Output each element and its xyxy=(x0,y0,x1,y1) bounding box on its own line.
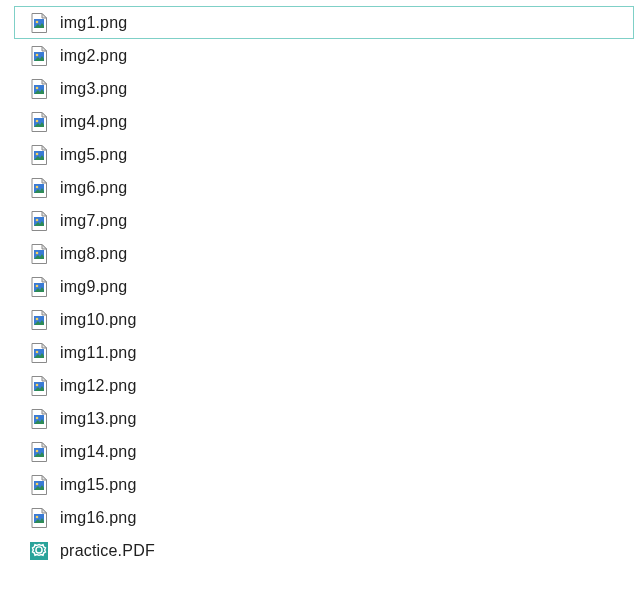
file-list: img1.png img2.png img3.png img4.png img5 xyxy=(0,0,640,567)
file-name-label: img6.png xyxy=(60,179,127,197)
file-name-label: img3.png xyxy=(60,80,127,98)
image-file-icon xyxy=(31,79,47,99)
image-file-icon xyxy=(30,244,48,264)
image-file-icon xyxy=(31,508,47,528)
image-file-icon xyxy=(30,145,48,165)
image-file-icon xyxy=(30,343,48,363)
image-file-icon xyxy=(30,409,48,429)
file-row[interactable]: img11.png xyxy=(14,336,640,369)
file-row[interactable]: img2.png xyxy=(14,39,640,72)
file-name-label: img7.png xyxy=(60,212,127,230)
svg-point-13 xyxy=(36,218,39,221)
svg-point-19 xyxy=(36,317,39,320)
file-name-label: img1.png xyxy=(60,14,127,32)
svg-point-7 xyxy=(36,119,39,122)
svg-point-5 xyxy=(36,86,39,89)
image-file-icon xyxy=(30,508,48,528)
image-file-icon xyxy=(31,178,47,198)
svg-point-25 xyxy=(36,416,39,419)
image-file-icon xyxy=(31,475,47,495)
file-row[interactable]: img1.png xyxy=(14,6,634,39)
file-row[interactable]: img9.png xyxy=(14,270,640,303)
file-name-label: img8.png xyxy=(60,245,127,263)
image-file-icon xyxy=(31,310,47,330)
image-file-icon xyxy=(31,13,47,33)
file-row[interactable]: practice.PDF xyxy=(14,534,640,567)
file-row[interactable]: img12.png xyxy=(14,369,640,402)
svg-point-31 xyxy=(36,515,39,518)
file-row[interactable]: img5.png xyxy=(14,138,640,171)
file-row[interactable]: img4.png xyxy=(14,105,640,138)
file-row[interactable]: img6.png xyxy=(14,171,640,204)
file-row[interactable]: img3.png xyxy=(14,72,640,105)
image-file-icon xyxy=(30,13,48,33)
image-file-icon xyxy=(30,112,48,132)
image-file-icon xyxy=(30,79,48,99)
file-name-label: img2.png xyxy=(60,47,127,65)
file-name-label: img15.png xyxy=(60,476,137,494)
file-name-label: img5.png xyxy=(60,146,127,164)
svg-point-1 xyxy=(36,20,39,23)
image-file-icon xyxy=(30,178,48,198)
svg-point-23 xyxy=(36,383,39,386)
svg-point-29 xyxy=(36,482,39,485)
file-row[interactable]: img8.png xyxy=(14,237,640,270)
image-file-icon xyxy=(31,112,47,132)
image-file-icon xyxy=(31,442,47,462)
image-file-icon xyxy=(30,376,48,396)
pdf-file-icon xyxy=(30,541,48,561)
file-name-label: img12.png xyxy=(60,377,137,395)
svg-point-27 xyxy=(36,449,39,452)
file-name-label: img14.png xyxy=(60,443,137,461)
file-name-label: img13.png xyxy=(60,410,137,428)
file-row[interactable]: img13.png xyxy=(14,402,640,435)
file-row[interactable]: img15.png xyxy=(14,468,640,501)
file-name-label: img4.png xyxy=(60,113,127,131)
image-file-icon xyxy=(31,409,47,429)
image-file-icon xyxy=(30,475,48,495)
svg-point-11 xyxy=(36,185,39,188)
file-name-label: img10.png xyxy=(60,311,137,329)
file-name-label: img11.png xyxy=(60,344,137,362)
file-name-label: img16.png xyxy=(60,509,137,527)
svg-point-15 xyxy=(36,251,39,254)
file-row[interactable]: img7.png xyxy=(14,204,640,237)
image-file-icon xyxy=(30,211,48,231)
image-file-icon xyxy=(31,277,47,297)
image-file-icon xyxy=(30,277,48,297)
svg-point-17 xyxy=(36,284,39,287)
image-file-icon xyxy=(31,244,47,264)
image-file-icon xyxy=(31,376,47,396)
file-row[interactable]: img14.png xyxy=(14,435,640,468)
image-file-icon xyxy=(31,46,47,66)
file-name-label: img9.png xyxy=(60,278,127,296)
image-file-icon xyxy=(31,211,47,231)
svg-point-9 xyxy=(36,152,39,155)
svg-point-3 xyxy=(36,53,39,56)
image-file-icon xyxy=(30,310,48,330)
file-name-label: practice.PDF xyxy=(60,542,155,560)
svg-point-21 xyxy=(36,350,39,353)
image-file-icon xyxy=(31,343,47,363)
pdf-file-icon xyxy=(30,541,48,561)
image-file-icon xyxy=(30,46,48,66)
image-file-icon xyxy=(30,442,48,462)
file-row[interactable]: img10.png xyxy=(14,303,640,336)
image-file-icon xyxy=(31,145,47,165)
file-row[interactable]: img16.png xyxy=(14,501,640,534)
